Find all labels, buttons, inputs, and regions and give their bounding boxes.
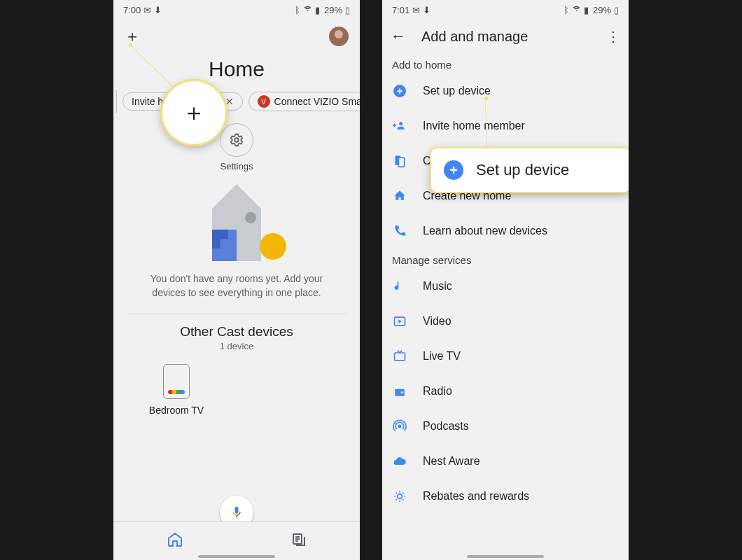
- plus-circle-icon: +: [444, 160, 463, 180]
- menu-label: Video: [423, 315, 451, 328]
- download-icon: ⬇: [154, 5, 162, 15]
- bluetooth-icon: ᛒ: [295, 5, 300, 15]
- app-topbar: ＋: [113, 20, 360, 53]
- menu-label: Rebates and rewards: [423, 490, 529, 503]
- signal-icon: ▮: [584, 5, 589, 15]
- page-title: Home: [113, 57, 360, 81]
- wifi-icon: [572, 4, 581, 15]
- svg-point-7: [401, 391, 403, 393]
- menu-radio[interactable]: Radio: [382, 374, 629, 409]
- nav-feed-tab[interactable]: [290, 531, 307, 551]
- wifi-icon: [303, 4, 312, 15]
- status-bar: 7:01 ✉ ⬇ ᛒ ▮ 29% ▯: [382, 0, 629, 20]
- plus-circle-icon: [392, 83, 407, 99]
- battery-icon: ▯: [345, 5, 350, 15]
- signal-icon: ▮: [315, 5, 320, 15]
- cloud-icon: [392, 454, 407, 469]
- overflow-menu-button[interactable]: ⋮: [606, 28, 620, 45]
- phone-icon: [392, 223, 407, 239]
- suggestion-chips: Invite home member ✕ V Connect VIZIO Sma…: [113, 90, 360, 113]
- svg-point-8: [398, 425, 400, 427]
- bottom-nav: [113, 522, 360, 560]
- section-add-to-home: Add to home: [382, 53, 629, 74]
- battery-percent: 29%: [324, 5, 342, 15]
- speaker-group-icon: [392, 153, 407, 169]
- menu-label: Nest Aware: [423, 455, 480, 468]
- callout-label: Set up device: [476, 161, 569, 179]
- menu-label: Learn about new devices: [423, 225, 547, 237]
- menu-video[interactable]: Video: [382, 304, 629, 339]
- menu-nest-aware[interactable]: Nest Aware: [382, 444, 629, 479]
- device-name: Bedroom TV: [149, 405, 204, 416]
- svg-point-2: [399, 122, 402, 125]
- callout-add-button: ＋: [162, 81, 225, 144]
- svg-rect-4: [398, 158, 404, 167]
- phone-left: 7:00 ✉ ⬇ ᛒ ▮ 29% ▯ ＋ Home Invite home me…: [113, 0, 360, 560]
- menu-label: Set up device: [423, 85, 491, 97]
- settings-label: Settings: [220, 161, 253, 172]
- person-add-icon: [392, 118, 407, 134]
- download-icon: ⬇: [423, 5, 430, 15]
- message-icon: ✉: [144, 5, 151, 15]
- status-time: 7:01: [392, 5, 410, 15]
- svg-point-0: [234, 138, 239, 142]
- battery-icon: ▯: [614, 5, 619, 15]
- cast-device-tile[interactable]: Bedroom TV: [141, 364, 211, 416]
- vizio-badge-icon: V: [258, 95, 270, 108]
- menu-learn-devices[interactable]: Learn about new devices: [382, 214, 629, 248]
- callout-anchor-dot: [484, 97, 488, 100]
- no-rooms-message: You don't have any rooms yet. Add your d…: [113, 261, 360, 300]
- feed-icon: [290, 531, 307, 548]
- home-icon: [392, 188, 407, 204]
- divider: [127, 314, 346, 314]
- menu-set-up-device[interactable]: Set up device: [382, 74, 629, 108]
- add-button[interactable]: ＋: [125, 26, 140, 47]
- video-icon: [392, 314, 407, 329]
- profile-avatar[interactable]: [329, 27, 349, 46]
- gear-icon: [229, 132, 244, 148]
- gesture-handle[interactable]: [467, 555, 544, 558]
- gesture-handle[interactable]: [198, 555, 275, 558]
- screen-title: Add and manage: [421, 29, 528, 45]
- menu-podcasts[interactable]: Podcasts: [382, 409, 629, 444]
- settings-button[interactable]: [220, 123, 253, 157]
- section-manage-services: Manage services: [382, 248, 629, 269]
- nav-home-tab[interactable]: [167, 531, 183, 551]
- menu-music[interactable]: Music: [382, 269, 629, 304]
- home-illustration: [188, 184, 286, 261]
- svg-point-9: [398, 494, 402, 499]
- status-time: 7:00: [123, 5, 141, 15]
- svg-rect-6: [395, 353, 405, 360]
- plus-icon: ＋: [182, 97, 206, 129]
- speaker-device-icon: [163, 364, 190, 399]
- chip-connect-vizio[interactable]: V Connect VIZIO Smart TV: [248, 92, 360, 111]
- other-cast-heading: Other Cast devices: [113, 324, 360, 340]
- other-cast-count: 1 device: [113, 341, 360, 351]
- phone-right: 7:01 ✉ ⬇ ᛒ ▮ 29% ▯ ← Add and manage ⋮ Ad…: [382, 0, 629, 560]
- menu-live-tv[interactable]: Live TV: [382, 339, 629, 374]
- close-icon[interactable]: ✕: [225, 96, 234, 107]
- menu-label: Podcasts: [423, 420, 469, 433]
- message-icon: ✉: [412, 5, 420, 15]
- mic-icon: [230, 505, 244, 519]
- battery-percent: 29%: [593, 5, 611, 15]
- chip-label: Connect VIZIO Smart TV: [274, 96, 360, 107]
- menu-label: Music: [423, 280, 452, 293]
- menu-label: Invite home member: [423, 120, 525, 132]
- rebates-icon: [392, 489, 407, 504]
- menu-rebates[interactable]: Rebates and rewards: [382, 479, 629, 514]
- menu-label: Live TV: [423, 350, 461, 363]
- music-icon: [392, 279, 407, 294]
- chip-prev-edge[interactable]: [116, 90, 117, 113]
- menu-label: Radio: [423, 385, 452, 398]
- status-bar: 7:00 ✉ ⬇ ᛒ ▮ 29% ▯: [113, 0, 360, 20]
- podcasts-icon: [392, 419, 407, 434]
- titlebar: ← Add and manage ⋮: [382, 20, 629, 53]
- livetv-icon: [392, 349, 407, 364]
- bluetooth-icon: ᛒ: [564, 5, 569, 15]
- callout-anchor-dot: [129, 43, 132, 47]
- callout-set-up-device: + Set up device: [431, 148, 629, 192]
- back-button[interactable]: ←: [391, 27, 406, 46]
- menu-invite-member[interactable]: Invite home member: [382, 108, 629, 144]
- home-icon: [167, 531, 183, 548]
